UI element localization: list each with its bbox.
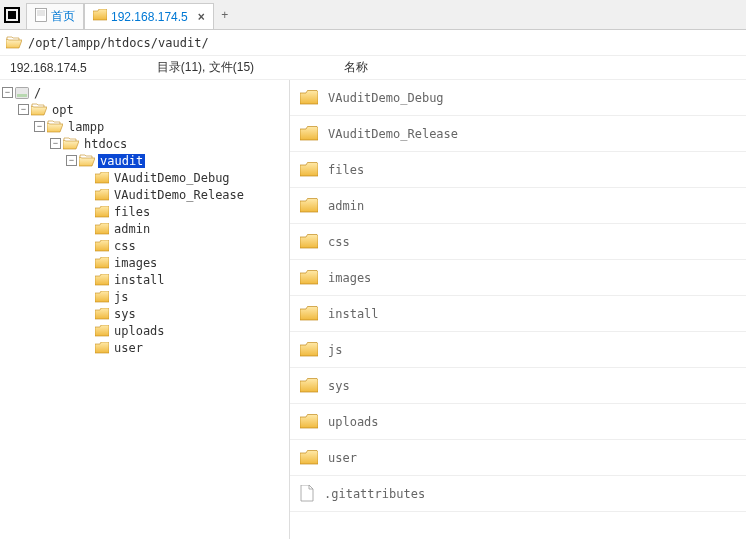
folder-icon (95, 342, 109, 354)
tree-toggle-icon[interactable]: − (34, 121, 45, 132)
tree-label: images (112, 256, 159, 270)
tree-panel[interactable]: −/−opt−lampp−htdocs−vauditVAuditDemo_Deb… (0, 80, 290, 539)
tree-label: js (112, 290, 130, 304)
tree-node-css[interactable]: css (2, 237, 289, 254)
tree-toggle-blank (82, 240, 93, 251)
tree-toggle-icon[interactable]: − (18, 104, 29, 115)
folder-big-icon (300, 378, 318, 393)
folder-open-icon (47, 120, 63, 133)
tree-label: htdocs (82, 137, 129, 151)
folder-big-icon (300, 306, 318, 321)
address-bar[interactable]: /opt/lampp/htdocs/vaudit/ (0, 30, 746, 56)
page-icon (35, 8, 47, 22)
list-item-VAuditDemo_Debug[interactable]: VAuditDemo_Debug (290, 80, 746, 116)
status-bar: 192.168.174.5 目录(11), 文件(15) 名称 (0, 56, 746, 80)
list-item-label: install (328, 307, 379, 321)
list-item-label: sys (328, 379, 350, 393)
list-item-files[interactable]: files (290, 152, 746, 188)
folder-big-icon (300, 234, 318, 249)
tree-toggle-icon[interactable]: − (66, 155, 77, 166)
folder-icon (93, 9, 107, 21)
tree-node-js[interactable]: js (2, 288, 289, 305)
tree-toggle-blank (82, 257, 93, 268)
tree-node-user[interactable]: user (2, 339, 289, 356)
tree-toggle-blank (82, 223, 93, 234)
tree-toggle-blank (82, 172, 93, 183)
list-item-.gitattributes[interactable]: .gitattributes (290, 476, 746, 512)
tree-label: css (112, 239, 138, 253)
folder-big-icon (300, 90, 318, 105)
tab-label: 首页 (51, 8, 75, 25)
list-item-label: js (328, 343, 342, 357)
tree-toggle-icon[interactable]: − (2, 87, 13, 98)
list-item-js[interactable]: js (290, 332, 746, 368)
tree-label: vaudit (98, 154, 145, 168)
tree-label: user (112, 341, 145, 355)
list-item-css[interactable]: css (290, 224, 746, 260)
folder-big-icon (300, 162, 318, 177)
tab-bar: 首页192.168.174.5× + (0, 0, 746, 30)
tree-label: install (112, 273, 167, 287)
folder-big-icon (300, 342, 318, 357)
folder-big-icon (300, 414, 318, 429)
tree-node-admin[interactable]: admin (2, 220, 289, 237)
folder-icon (95, 325, 109, 337)
tree-toggle-blank (82, 291, 93, 302)
tree-node-sys[interactable]: sys (2, 305, 289, 322)
tree-node-vaudit[interactable]: −vaudit (2, 152, 289, 169)
tree-label: VAuditDemo_Debug (112, 171, 232, 185)
tree-toggle-blank (82, 342, 93, 353)
folder-icon (95, 308, 109, 320)
folder-icon (95, 189, 109, 201)
list-item-VAuditDemo_Release[interactable]: VAuditDemo_Release (290, 116, 746, 152)
list-item-images[interactable]: images (290, 260, 746, 296)
tree-node-VAuditDemo_Debug[interactable]: VAuditDemo_Debug (2, 169, 289, 186)
tree-label: VAuditDemo_Release (112, 188, 246, 202)
folder-icon (95, 206, 109, 218)
tree-toggle-blank (82, 206, 93, 217)
list-item-label: .gitattributes (324, 487, 425, 501)
list-item-label: uploads (328, 415, 379, 429)
folder-big-icon (300, 270, 318, 285)
list-item-label: VAuditDemo_Release (328, 127, 458, 141)
tree-node-/[interactable]: −/ (2, 84, 289, 101)
folder-icon (95, 240, 109, 252)
tree-label: lampp (66, 120, 106, 134)
tab-1[interactable]: 192.168.174.5× (84, 3, 214, 29)
folder-icon (95, 257, 109, 269)
address-path: /opt/lampp/htdocs/vaudit/ (28, 36, 209, 50)
list-item-sys[interactable]: sys (290, 368, 746, 404)
list-item-label: user (328, 451, 357, 465)
list-panel[interactable]: VAuditDemo_DebugVAuditDemo_Releasefilesa… (290, 80, 746, 539)
tree-toggle-icon[interactable]: − (50, 138, 61, 149)
list-item-label: admin (328, 199, 364, 213)
folder-icon (95, 291, 109, 303)
folder-icon (95, 274, 109, 286)
list-item-admin[interactable]: admin (290, 188, 746, 224)
app-logo-icon (4, 7, 20, 23)
tree-node-uploads[interactable]: uploads (2, 322, 289, 339)
tab-0[interactable]: 首页 (26, 3, 84, 29)
list-item-label: VAuditDemo_Debug (328, 91, 444, 105)
list-item-uploads[interactable]: uploads (290, 404, 746, 440)
tree-node-lampp[interactable]: −lampp (2, 118, 289, 135)
tree-node-VAuditDemo_Release[interactable]: VAuditDemo_Release (2, 186, 289, 203)
tree-label: uploads (112, 324, 167, 338)
tree-node-images[interactable]: images (2, 254, 289, 271)
close-icon[interactable]: × (198, 10, 205, 24)
content-area: −/−opt−lampp−htdocs−vauditVAuditDemo_Deb… (0, 80, 746, 539)
list-header-name: 名称 (344, 59, 368, 76)
folder-open-icon (31, 103, 47, 116)
folder-big-icon (300, 126, 318, 141)
tree-label: / (32, 86, 43, 100)
tree-toggle-blank (82, 325, 93, 336)
new-tab-button[interactable]: + (214, 8, 236, 22)
tree-node-files[interactable]: files (2, 203, 289, 220)
tree-node-htdocs[interactable]: −htdocs (2, 135, 289, 152)
list-item-user[interactable]: user (290, 440, 746, 476)
tree-label: sys (112, 307, 138, 321)
tree-toggle-blank (82, 189, 93, 200)
list-item-install[interactable]: install (290, 296, 746, 332)
tree-node-opt[interactable]: −opt (2, 101, 289, 118)
tree-node-install[interactable]: install (2, 271, 289, 288)
